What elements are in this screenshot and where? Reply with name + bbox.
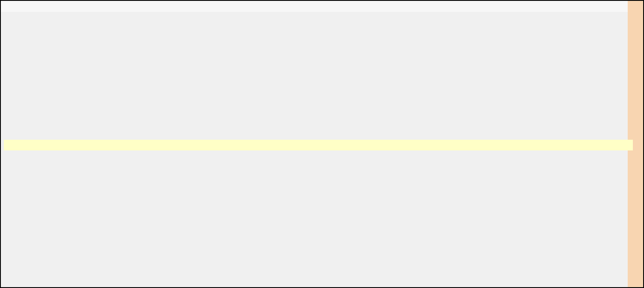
rcp-spectrogram-panel: [9, 12, 627, 140]
lcp-axis-label: [16, 0, 23, 23]
lcp-spectrogram-panel: [9, 150, 627, 280]
title-bar: [1, 1, 628, 12]
spectrogram-window: [0, 0, 644, 288]
time-axis: [4, 140, 633, 150]
